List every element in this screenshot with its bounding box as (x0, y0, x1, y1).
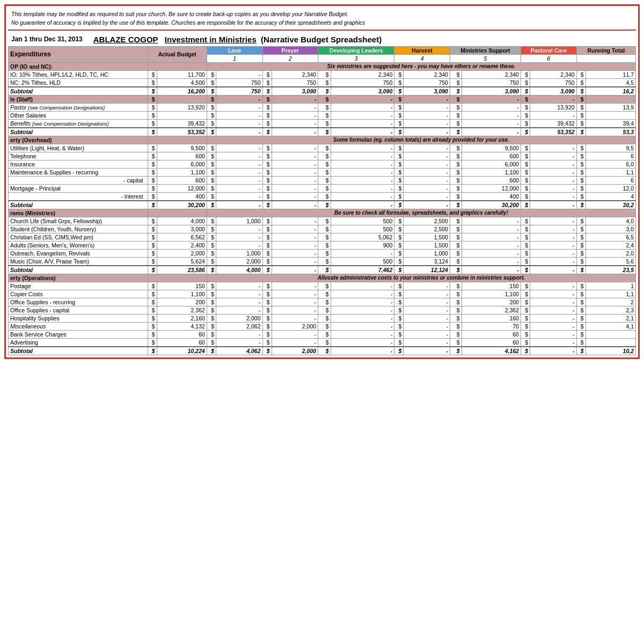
programs-section-label: rams (Ministries) (9, 209, 148, 217)
op-subtotal-label: Subtotal (9, 87, 148, 96)
col-harvest-header: Harvest (394, 46, 450, 54)
office-supplies-recurring-label: Office Supplies - recurring (9, 298, 148, 306)
harvest-num: 4 (394, 54, 450, 62)
subtitle: Investment in Ministries (165, 35, 257, 44)
budget-table: Expenditures Actual Budget Love Prayer D… (8, 46, 636, 355)
developing-num: 3 (318, 54, 394, 62)
running-num (576, 54, 635, 62)
io-label: IO: 10% Tithes, HPL1/L2, HLD, TC, HC (9, 70, 148, 78)
maintenance-capital-row: - capital $ 600 $ - $ - $ - $ - $ 600 $ … (9, 176, 636, 184)
mortgage-interest-label: - Interest (9, 192, 148, 201)
utilities-label: Utilities (Light, Heat, & Water) (9, 144, 148, 152)
op-ab-cell (148, 62, 207, 70)
bank-charges-label: Bank Service Charges (9, 330, 148, 338)
other-salaries-label: Other Salaries (9, 111, 148, 119)
section-property-row: erty (Overhead) Some formulas (eg. colum… (9, 136, 636, 144)
disclaimer-line1: This template may be modified as require… (11, 11, 348, 17)
misc-row: Miscellaneous $ 4,132 $ 2,062 $ 2,000 $ … (9, 322, 636, 330)
church-life-row: Church Life (Small Grps, Fellowship) $ 4… (9, 217, 636, 225)
outer-border: This template may be modified as require… (4, 4, 640, 359)
property-section-label: erty (Overhead) (9, 136, 148, 144)
other-salaries-row: Other Salaries $ $ - $ - $ - $ - $ - $ -… (9, 111, 636, 119)
admin-subtotal-label: Subtotal (9, 347, 148, 355)
insurance-row: Insurance $ 6,000 $ - $ - $ - $ - $ 6,00… (9, 160, 636, 168)
adults-label: Adults (Seniors, Men's, Women's) (9, 241, 148, 249)
budget-type: (Narrative Budget Spreadsheet) (261, 35, 382, 44)
admin-notice: Allocate administrative costs to your mi… (207, 274, 635, 282)
col-actual-budget-header: Actual Budget (148, 46, 207, 62)
property-subtotal-label: Subtotal (9, 201, 148, 209)
adults-row: Adults (Seniors, Men's, Women's) $ 2,400… (9, 241, 636, 249)
col-expenditures-header: Expenditures (9, 46, 148, 62)
love-num: 1 (207, 54, 262, 62)
outreach-row: Outreach, Evangelism, Revivals $ 2,000 $… (9, 249, 636, 257)
pastoral-num: 6 (521, 54, 576, 62)
col-ministries-header: Ministries Support (450, 46, 521, 54)
christian-ed-label: Christian Ed (SS, CIMS,Wed pm) (9, 233, 148, 241)
admin-subtotal-row: Subtotal $ 10,224 $ 4,062 $ 2,000 $ - $ … (9, 347, 636, 355)
copier-label: Copier Costs (9, 290, 148, 298)
op-section-label: OP (IO and NC): (9, 62, 148, 70)
disclaimer-line2: No guarantee of accuracy is implied by t… (11, 19, 365, 26)
church-life-label: Church Life (Small Grps, Fellowship) (9, 217, 148, 225)
hospitality-label: Hospitality Supplies (9, 314, 148, 322)
mortgage-principal-row: Mortgage - Principal $ 12,000 $ - $ - $ … (9, 184, 636, 192)
pastor-row: Pastor (see Compensation Designations) $… (9, 103, 636, 111)
main-title: ABLAZE COGOP Investment in Ministries (N… (93, 35, 382, 44)
ministries-num: 5 (450, 54, 521, 62)
date-range: Jan 1 thru Dec 31, 2013 (11, 35, 83, 43)
maintenance-recurring-row: Maintenance & Supplies - recurring $ 1,1… (9, 168, 636, 176)
programs-subtotal-row: Subtotal $ 23,586 $ 4,000 $ - $ 7,462 $ … (9, 266, 636, 274)
op-notice: Six ministries are suggested here - you … (207, 62, 635, 70)
prayer-num: 2 (262, 54, 318, 62)
programs-notice: Be sure to check all formulae, spreadshe… (207, 209, 635, 217)
insurance-label: Insurance (9, 160, 148, 168)
telephone-row: Telephone $ 600 $ - $ - $ - $ - $ 600 $ … (9, 152, 636, 160)
property-subtotal-row: Subtotal $ 30,200 $ - $ - $ - $ - $ 30,2… (9, 201, 636, 209)
outreach-label: Outreach, Evangelism, Revivals (9, 249, 148, 257)
benefits-row: Benefits (see Compensation Designations)… (9, 119, 636, 128)
office-supplies-recurring-row: Office Supplies - recurring $ 200 $ - $ … (9, 298, 636, 306)
maintenance-capital-label: - capital (9, 176, 148, 184)
postage-row: Postage $ 150 $ - $ - $ - $ - $ 150 $ - … (9, 282, 636, 290)
programs-subtotal-label: Subtotal (9, 266, 148, 274)
title-row: Jan 1 thru Dec 31, 2013 ABLAZE COGOP Inv… (8, 31, 636, 46)
col-prayer-header: Prayer (262, 46, 318, 54)
hospitality-row: Hospitality Supplies $ 2,160 $ 2,000 $ -… (9, 314, 636, 322)
disclaimer: This template may be modified as require… (8, 8, 636, 31)
org-name: ABLAZE COGOP (93, 35, 158, 44)
maintenance-recurring-label: Maintenance & Supplies - recurring (9, 168, 148, 176)
header-row: Expenditures Actual Budget Love Prayer D… (9, 46, 636, 54)
people-subtotal-row: Subtotal $ 53,352 $ - $ - $ - $ - $ - $ … (9, 128, 636, 136)
mortgage-interest-row: - Interest $ 400 $ - $ - $ - $ - $ 400 $… (9, 192, 636, 201)
section-admin-row: erty (Operations) Allocate administrativ… (9, 274, 636, 282)
advertising-label: Advertising (9, 338, 148, 347)
col-running-header: Running Total (576, 46, 635, 54)
copier-row: Copier Costs $ 1,100 $ - $ - $ - $ - $ 1… (9, 290, 636, 298)
student-row: Student (Children, Youth, Nursery) $ 3,0… (9, 225, 636, 233)
col-developing-header: Developing Leaders (318, 46, 394, 54)
people-section-label: le (Staff) (9, 95, 148, 103)
section-people-row: le (Staff) $ $ - $ - $ - $ - $ - $ - $ (9, 95, 636, 103)
christian-ed-row: Christian Ed (SS, CIMS,Wed pm) $ 6,562 $… (9, 233, 636, 241)
office-supplies-capital-row: Office Supplies - capital $ 2,362 $ - $ … (9, 306, 636, 314)
op-subtotal-row: Subtotal $ 16,200 $ 750 $ 3,090 $ 3,090 … (9, 87, 636, 96)
nc-label: NC: 2% Tithes, HLD (9, 78, 148, 87)
col-love-header: Love (207, 46, 262, 54)
pastor-label: Pastor (see Compensation Designations) (9, 103, 148, 111)
telephone-label: Telephone (9, 152, 148, 160)
advertising-row: Advertising $ 60 $ - $ - $ - $ - $ 60 $ … (9, 338, 636, 347)
nc-row: NC: 2% Tithes, HLD $ 4,500 $ 750 $ 750 $… (9, 78, 636, 87)
section-programs-row: rams (Ministries) Be sure to check all f… (9, 209, 636, 217)
property-notice: Some formulas (eg. column totals) are al… (207, 136, 635, 144)
student-label: Student (Children, Youth, Nursery) (9, 225, 148, 233)
music-label: Music (Choir, A/V, Praise Team) (9, 257, 148, 266)
misc-label: Miscellaneous (9, 322, 148, 330)
admin-section-label: erty (Operations) (9, 274, 148, 282)
benefits-label: Benefits (see Compensation Designations) (9, 119, 148, 128)
section-op-row: OP (IO and NC): Six ministries are sugge… (9, 62, 636, 70)
io-row: IO: 10% Tithes, HPL1/L2, HLD, TC, HC $ 1… (9, 70, 636, 78)
utilities-row: Utilities (Light, Heat, & Water) $ 9,500… (9, 144, 636, 152)
office-supplies-capital-label: Office Supplies - capital (9, 306, 148, 314)
postage-label: Postage (9, 282, 148, 290)
